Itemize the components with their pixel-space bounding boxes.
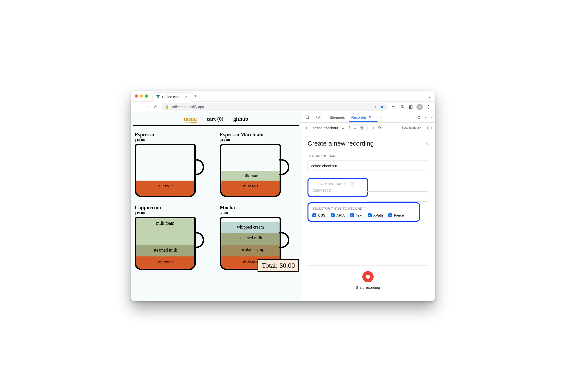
browser-window: Coffee cart × + ⌄ ← → ⟳ 🔒 coffee-cart.ne…	[131, 91, 435, 301]
chevron-down-icon[interactable]: ⌄	[341, 126, 345, 130]
input-border-extension	[367, 191, 428, 202]
checkbox-label: ARIA	[336, 213, 345, 217]
tab-title: Coffee cart	[162, 95, 179, 99]
selector-attribute-input[interactable]	[312, 188, 363, 193]
product-title: Cappuccino	[135, 205, 212, 211]
selector-type-checkbox[interactable]: ✓Pierce	[388, 213, 404, 217]
vue-icon	[156, 95, 160, 98]
browser-menu-button[interactable]: ⋮	[424, 103, 432, 111]
cup-handle	[194, 159, 204, 175]
checkbox-icon: ✓	[350, 213, 354, 217]
cup: milk foamsteamed milkespresso	[135, 217, 206, 271]
selector-type-checkbox[interactable]: ✓Text	[350, 213, 362, 217]
delete-icon[interactable]: 🗑	[359, 126, 364, 130]
new-tab-button[interactable]: +	[194, 93, 197, 99]
browser-tab[interactable]: Coffee cart ×	[153, 92, 191, 101]
product-price: $19.00	[135, 211, 212, 215]
cup-handle	[279, 232, 289, 248]
product-title: Espresso Macchiato	[220, 132, 298, 138]
nav-link-menu[interactable]: menu	[184, 116, 197, 123]
device-toggle-icon[interactable]	[314, 113, 323, 122]
close-window-button[interactable]	[135, 95, 138, 98]
lock-icon: 🔒	[165, 105, 169, 109]
devtools-settings-icon[interactable]: ⚙	[417, 115, 421, 120]
checkbox-label: Pierce	[394, 213, 404, 217]
devtools-close-button[interactable]: ×	[430, 115, 433, 120]
replay-settings-icon[interactable]: ⟳	[378, 125, 382, 130]
checkbox-icon: ✓	[388, 213, 392, 217]
url-toolbar: ← → ⟳ 🔒 coffee-cart.netlify.app ⇧ ★ ✦ ⚗ …	[131, 101, 435, 112]
cup: milk foamespresso	[220, 144, 291, 198]
inspect-element-icon[interactable]	[303, 113, 312, 122]
address-bar[interactable]: 🔒 coffee-cart.netlify.app ⇧ ★	[162, 103, 387, 111]
url-text: coffee-cart.netlify.app	[171, 105, 204, 109]
tab-recorder-close[interactable]: ×	[373, 115, 375, 119]
window-controls	[135, 95, 148, 98]
selector-types-label: SELECTOR TYPES TO RECORD	[312, 207, 362, 210]
total-box[interactable]: Total: $0.00	[257, 259, 299, 272]
create-recording-panel: Create a new recording × RECORDING NAME …	[301, 133, 435, 301]
product-price: $10.00	[135, 138, 212, 142]
tab-close-button[interactable]: ×	[185, 95, 187, 99]
share-icon[interactable]: ⇧	[374, 105, 377, 109]
product-price: $12.00	[220, 138, 298, 142]
send-feedback-link[interactable]: Send feedback	[401, 126, 421, 129]
selector-type-checkbox[interactable]: ✓ARIA	[331, 213, 345, 217]
content-area: menu cart (0) github Espresso$10.00espre…	[131, 112, 435, 301]
flask-icon: ⚗	[368, 115, 371, 120]
cup-layer: milk foam	[221, 171, 280, 181]
start-recording-button[interactable]	[362, 271, 374, 282]
titlebar: Coffee cart × + ⌄	[131, 91, 435, 101]
back-button[interactable]: ←	[134, 103, 142, 111]
bookmark-star-icon[interactable]: ★	[380, 104, 384, 109]
checkbox-label: XPath	[373, 213, 383, 217]
cup-layer: chocolate syrup	[221, 245, 280, 256]
help-icon[interactable]: ?	[351, 182, 354, 186]
selector-type-checkbox[interactable]: ✓XPath	[368, 213, 383, 217]
tab-recorder[interactable]: Recorder ⚗ ×	[349, 113, 378, 122]
help-icon[interactable]: ?	[364, 207, 368, 210]
recording-name-input[interactable]	[308, 161, 428, 171]
nav-link-cart[interactable]: cart (0)	[207, 116, 224, 123]
reload-button[interactable]: ⟳	[151, 103, 160, 111]
nav-link-github[interactable]: github	[233, 116, 248, 123]
panel-title: Create a new recording	[308, 140, 374, 147]
checkbox-label: Text	[356, 213, 362, 217]
more-tabs-button[interactable]: »	[380, 115, 382, 120]
maximize-window-button[interactable]	[145, 95, 148, 98]
cup-layer: espresso	[221, 181, 280, 196]
tabs-dropdown-button[interactable]: ⌄	[427, 93, 431, 99]
devtools-menu-button[interactable]: ⋮	[423, 115, 428, 120]
new-recording-button[interactable]: ＋	[304, 125, 309, 131]
tab-elements[interactable]: Elements	[327, 113, 347, 122]
labs-icon[interactable]: ⚗	[398, 103, 406, 111]
help-icon[interactable]: ?	[427, 126, 432, 130]
checkbox-icon: ✓	[331, 213, 335, 217]
minimize-window-button[interactable]	[140, 95, 143, 98]
forward-button[interactable]: →	[142, 103, 151, 111]
side-panel-icon[interactable]: ◧	[407, 103, 415, 111]
selector-type-checkbox[interactable]: ✓CSS	[312, 213, 325, 217]
product-card[interactable]: Espresso Macchiato$12.00milk foamespress…	[220, 132, 298, 198]
recording-name-label: RECORDING NAME	[308, 155, 428, 158]
product-card[interactable]: Cappuccino$19.00milk foamsteamed milkesp…	[135, 205, 212, 271]
export-icon[interactable]: ⤴	[348, 126, 350, 130]
devtools-tabs: | Elements Recorder ⚗ × » ⚙ ⋮ ×	[301, 112, 435, 123]
current-recording-name[interactable]: coffee checkout	[312, 126, 338, 130]
web-page: menu cart (0) github Espresso$10.00espre…	[131, 112, 301, 301]
start-recording-label: Start recording	[356, 285, 380, 290]
extensions-icon[interactable]: ✦	[389, 103, 397, 111]
selector-types-highlight: SELECTOR TYPES TO RECORD ? ✓CSS✓ARIA✓Tex…	[308, 202, 420, 222]
product-card[interactable]: Espresso$10.00espresso	[135, 132, 212, 198]
replay-icon[interactable]: ▷	[372, 125, 375, 130]
cup-layer: whipped cream	[221, 222, 280, 233]
cup-handle	[194, 232, 204, 248]
import-icon[interactable]: ⤵	[354, 126, 356, 130]
panel-close-button[interactable]: ×	[425, 140, 428, 147]
cup-layer: milk foam	[136, 218, 194, 245]
product-title: Espresso	[135, 132, 212, 138]
product-title: Mocha	[220, 205, 298, 211]
record-icon	[366, 275, 370, 279]
cup-handle	[279, 159, 289, 175]
profile-button[interactable]: •	[416, 103, 424, 111]
